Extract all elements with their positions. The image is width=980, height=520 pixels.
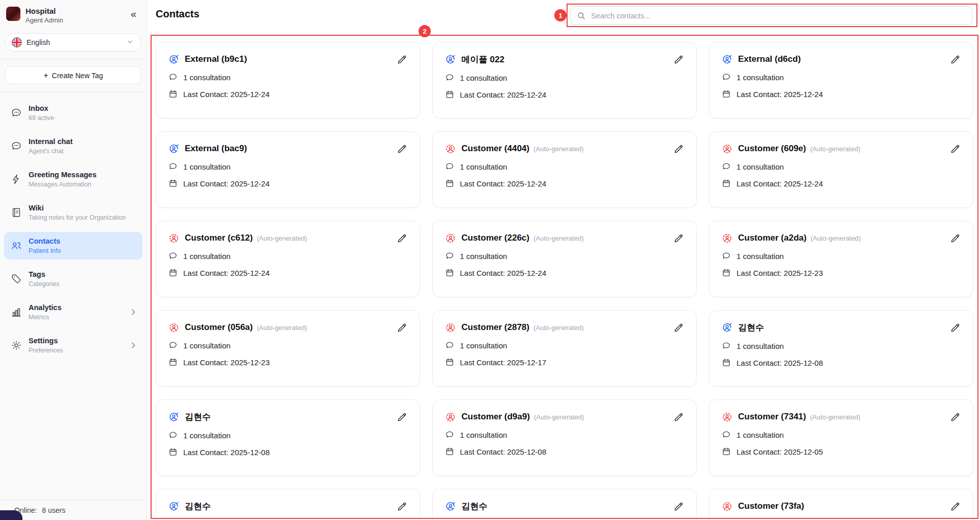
language-select[interactable]: English [5, 33, 141, 52]
contact-name: External (b9c1) [185, 54, 247, 64]
edit-contact-pencil-icon[interactable] [396, 232, 407, 244]
last-contact-date: Last Contact: 2025-12-24 [460, 90, 546, 99]
contact-auto-icon [445, 412, 456, 422]
speech-bubble-icon [722, 73, 731, 82]
divider [0, 91, 146, 92]
edit-contact-pencil-icon[interactable] [396, 54, 407, 65]
contact-card[interactable]: Customer (c612)(Auto-generated)1 consult… [156, 221, 420, 297]
uk-flag-icon [12, 37, 22, 48]
language-label: English [27, 38, 127, 46]
consultation-count: 1 consultation [737, 73, 784, 82]
edit-contact-pencil-icon[interactable] [949, 143, 961, 154]
sidebar-item-label: Tags [29, 270, 137, 279]
consultation-count: 1 consultation [737, 162, 784, 171]
sidebar-item-tags[interactable]: TagsCategories [4, 265, 142, 293]
corner-widget-fragment [0, 510, 22, 520]
edit-contact-pencil-icon[interactable] [673, 322, 684, 333]
consultation-row: 1 consultation [168, 162, 407, 171]
sidebar: Hospital Agent Admin « English [0, 0, 147, 520]
auto-generated-badge: (Auto-generated) [810, 145, 860, 153]
search-input[interactable] [591, 12, 966, 20]
sidebar-item-inbox[interactable]: Inbox69 active [4, 99, 142, 127]
contact-name: 김현수 [185, 411, 211, 423]
edit-contact-pencil-icon[interactable] [673, 501, 684, 512]
contact-card-header: Customer (226c)(Auto-generated) [445, 232, 684, 244]
speech-bubble-icon [168, 73, 178, 82]
sidebar-item-contacts[interactable]: ContactsPatient Info [4, 232, 142, 259]
contact-name: Customer (056a) [185, 322, 253, 333]
contact-card[interactable]: 김현수 [156, 489, 420, 518]
edit-contact-pencil-icon[interactable] [673, 411, 684, 422]
contact-card[interactable]: Customer (4404)(Auto-generated)1 consult… [432, 131, 697, 208]
contact-card[interactable]: Customer (226c)(Auto-generated)1 consult… [432, 221, 697, 297]
contact-card-header: Customer (056a)(Auto-generated) [168, 322, 407, 333]
sidebar-item-wiki[interactable]: WikiTaking notes for your Organization [4, 199, 142, 226]
contact-card[interactable]: External (b9c1)1 consultationLast Contac… [156, 42, 420, 119]
contact-verified-icon [168, 412, 179, 422]
edit-contact-pencil-icon[interactable] [949, 232, 961, 244]
edit-contact-pencil-icon[interactable] [949, 501, 961, 512]
contact-auto-icon [445, 322, 456, 333]
contact-name: Customer (4404) [461, 144, 529, 154]
consultation-row: 1 consultation [445, 251, 684, 261]
sidebar-item-settings[interactable]: SettingsPreferences [4, 332, 142, 359]
contact-card[interactable]: Customer (056a)(Auto-generated)1 consult… [156, 310, 420, 387]
contact-card-header: 김현수 [168, 501, 407, 512]
contact-name: Customer (d9a9) [461, 412, 530, 422]
edit-contact-pencil-icon[interactable] [396, 322, 407, 333]
contact-card-header: Customer (c612)(Auto-generated) [168, 232, 407, 244]
sidebar-item-greeting-messages[interactable]: Greeting MessagesMessages Automation [4, 166, 142, 193]
edit-contact-pencil-icon[interactable] [396, 143, 407, 154]
consultation-row: 1 consultation [722, 162, 961, 171]
contact-card[interactable]: 김현수1 consultationLast Contact: 2025-12-0… [709, 310, 973, 387]
sidebar-item-text: Greeting MessagesMessages Automation [29, 171, 137, 188]
contact-card[interactable]: Customer (a2da)(Auto-generated)1 consult… [709, 221, 973, 297]
create-new-tag-button[interactable]: + Create New Tag [5, 66, 141, 84]
sidebar-item-label: Inbox [29, 104, 137, 113]
edit-contact-pencil-icon[interactable] [673, 54, 684, 65]
contact-card[interactable]: External (bac9)1 consultationLast Contac… [156, 131, 420, 208]
sidebar-item-label: Greeting Messages [29, 171, 137, 179]
contact-card[interactable]: Customer (2878)(Auto-generated)1 consult… [432, 310, 697, 387]
contact-card[interactable]: External (d6cd)1 consultationLast Contac… [709, 42, 973, 119]
contact-card[interactable]: Customer (7341)(Auto-generated)1 consult… [709, 399, 973, 476]
consultation-row: 1 consultation [168, 251, 407, 261]
last-contact-row: Last Contact: 2025-12-17 [445, 358, 684, 367]
chevron-right-icon [129, 341, 137, 349]
sidebar-collapse-icon[interactable]: « [128, 8, 139, 20]
contact-name: Customer (7341) [738, 412, 806, 422]
last-contact-date: Last Contact: 2025-12-08 [737, 359, 823, 367]
calendar-icon [722, 268, 731, 277]
contact-card[interactable]: 메이플 0221 consultationLast Contact: 2025-… [432, 42, 697, 119]
edit-contact-pencil-icon[interactable] [949, 322, 961, 334]
contact-card[interactable]: 김현수 [432, 489, 697, 518]
sidebar-item-sublabel: Patient Info [29, 247, 137, 254]
contact-card-header: External (d6cd) [722, 54, 961, 65]
edit-contact-pencil-icon[interactable] [396, 501, 407, 512]
sidebar-item-label: Internal chat [29, 137, 137, 146]
edit-contact-pencil-icon[interactable] [949, 411, 961, 422]
org-role: Agent Admin [26, 16, 128, 24]
edit-contact-pencil-icon[interactable] [673, 232, 684, 244]
contact-card[interactable]: 김현수1 consultationLast Contact: 2025-12-0… [156, 399, 420, 476]
contact-verified-icon [445, 501, 456, 512]
sidebar-item-analytics[interactable]: AnalyticsMetrics [4, 298, 142, 326]
edit-contact-pencil-icon[interactable] [396, 412, 407, 423]
edit-contact-pencil-icon[interactable] [673, 143, 684, 154]
consultation-count: 1 consultation [460, 431, 507, 439]
calendar-icon [722, 447, 731, 456]
sidebar-item-text: ContactsPatient Info [29, 237, 137, 254]
lightning-icon [10, 173, 22, 185]
last-contact-row: Last Contact: 2025-12-24 [722, 89, 961, 99]
speech-bubble-icon [168, 431, 178, 440]
edit-contact-pencil-icon[interactable] [949, 54, 961, 65]
chevron-right-icon [129, 308, 137, 316]
contact-verified-icon [168, 144, 179, 154]
contact-card-header: 김현수 [445, 501, 684, 512]
sidebar-item-sublabel: Agent's chat [29, 148, 137, 155]
contact-card[interactable]: Customer (73fa) [709, 489, 973, 518]
last-contact-date: Last Contact: 2025-12-08 [460, 447, 546, 456]
contact-card[interactable]: Customer (d9a9)(Auto-generated)1 consult… [432, 399, 697, 476]
sidebar-item-internal-chat[interactable]: Internal chatAgent's chat [4, 132, 142, 160]
contact-card[interactable]: Customer (609e)(Auto-generated)1 consult… [709, 131, 973, 208]
